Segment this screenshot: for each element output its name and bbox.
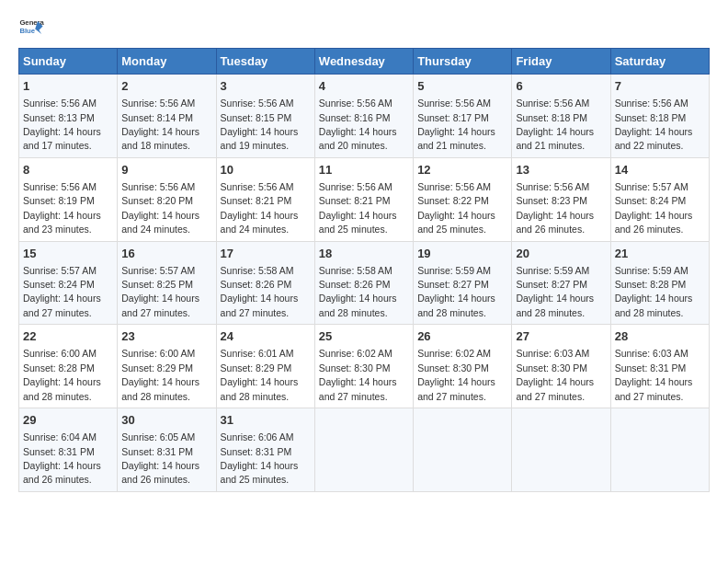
day-number: 29 — [23, 412, 113, 429]
calendar-cell: 29Sunrise: 6:04 AMSunset: 8:31 PMDayligh… — [19, 408, 118, 492]
sunrise-info: Sunrise: 5:58 AM — [221, 265, 294, 276]
calendar-cell — [414, 408, 512, 492]
sunset-info: Sunset: 8:19 PM — [23, 195, 95, 206]
sunset-info: Sunset: 8:14 PM — [121, 112, 193, 123]
logo-icon: General Blue — [18, 15, 44, 40]
sunset-info: Sunset: 8:24 PM — [23, 279, 95, 290]
daylight-info: Daylight: 14 hours and 28 minutes. — [121, 376, 199, 401]
calendar-cell: 28Sunrise: 6:03 AMSunset: 8:31 PMDayligh… — [610, 325, 709, 408]
sunrise-info: Sunrise: 5:56 AM — [121, 181, 195, 192]
header-thursday: Thursday — [414, 49, 512, 75]
sunrise-info: Sunrise: 5:56 AM — [516, 181, 589, 192]
calendar-cell: 14Sunrise: 5:57 AMSunset: 8:24 PMDayligh… — [610, 157, 709, 241]
header-monday: Monday — [118, 49, 216, 75]
daylight-info: Daylight: 14 hours and 25 minutes. — [319, 210, 397, 235]
calendar-cell: 8Sunrise: 5:56 AMSunset: 8:19 PMDaylight… — [19, 157, 118, 241]
day-number: 28 — [615, 328, 705, 345]
daylight-info: Daylight: 14 hours and 24 minutes. — [121, 210, 199, 235]
daylight-info: Daylight: 14 hours and 28 minutes. — [23, 376, 101, 401]
header-saturday: Saturday — [610, 49, 709, 75]
calendar-cell: 12Sunrise: 5:56 AMSunset: 8:22 PMDayligh… — [414, 157, 512, 241]
sunset-info: Sunset: 8:29 PM — [221, 362, 292, 373]
calendar-cell: 9Sunrise: 5:56 AMSunset: 8:20 PMDaylight… — [118, 157, 216, 241]
week-row-5: 29Sunrise: 6:04 AMSunset: 8:31 PMDayligh… — [19, 408, 710, 492]
header-tuesday: Tuesday — [216, 49, 314, 75]
daylight-info: Daylight: 14 hours and 27 minutes. — [121, 293, 199, 317]
sunrise-info: Sunrise: 5:59 AM — [615, 265, 688, 276]
header-friday: Friday — [512, 49, 610, 75]
calendar-cell: 25Sunrise: 6:02 AMSunset: 8:30 PMDayligh… — [314, 325, 413, 408]
calendar-cell: 30Sunrise: 6:05 AMSunset: 8:31 PMDayligh… — [118, 408, 216, 492]
daylight-info: Daylight: 14 hours and 19 minutes. — [221, 126, 299, 151]
day-number: 25 — [319, 328, 409, 345]
day-number: 19 — [417, 246, 507, 262]
sunset-info: Sunset: 8:31 PM — [221, 446, 292, 457]
day-number: 22 — [23, 328, 113, 345]
day-number: 6 — [516, 78, 606, 95]
calendar-cell: 10Sunrise: 5:56 AMSunset: 8:21 PMDayligh… — [216, 157, 314, 241]
day-number: 4 — [319, 78, 409, 95]
sunrise-info: Sunrise: 5:56 AM — [615, 98, 688, 109]
sunrise-info: Sunrise: 5:56 AM — [221, 181, 294, 192]
calendar-cell: 20Sunrise: 5:59 AMSunset: 8:27 PMDayligh… — [512, 241, 610, 325]
day-number: 17 — [221, 246, 311, 262]
sunrise-info: Sunrise: 5:56 AM — [319, 98, 392, 109]
daylight-info: Daylight: 14 hours and 28 minutes. — [516, 293, 594, 317]
daylight-info: Daylight: 14 hours and 27 minutes. — [615, 376, 693, 401]
sunrise-info: Sunrise: 5:59 AM — [516, 265, 589, 276]
sunrise-info: Sunrise: 6:02 AM — [319, 348, 392, 359]
sunrise-info: Sunrise: 5:58 AM — [319, 265, 392, 276]
day-number: 11 — [319, 162, 409, 178]
daylight-info: Daylight: 14 hours and 25 minutes. — [417, 210, 495, 235]
day-number: 24 — [221, 328, 311, 345]
daylight-info: Daylight: 14 hours and 17 minutes. — [23, 126, 101, 151]
day-number: 12 — [417, 162, 507, 178]
calendar-cell: 5Sunrise: 5:56 AMSunset: 8:17 PMDaylight… — [414, 75, 512, 158]
calendar-cell: 24Sunrise: 6:01 AMSunset: 8:29 PMDayligh… — [216, 325, 314, 408]
sunset-info: Sunset: 8:30 PM — [516, 362, 587, 373]
daylight-info: Daylight: 14 hours and 23 minutes. — [23, 210, 101, 235]
sunset-info: Sunset: 8:31 PM — [121, 446, 193, 457]
day-number: 18 — [319, 246, 409, 262]
sunrise-info: Sunrise: 6:01 AM — [221, 348, 294, 359]
daylight-info: Daylight: 14 hours and 27 minutes. — [516, 376, 594, 401]
sunset-info: Sunset: 8:15 PM — [221, 112, 292, 123]
sunrise-info: Sunrise: 5:56 AM — [23, 98, 97, 109]
sunset-info: Sunset: 8:30 PM — [417, 362, 489, 373]
day-number: 7 — [615, 78, 705, 95]
week-row-3: 15Sunrise: 5:57 AMSunset: 8:24 PMDayligh… — [19, 241, 710, 325]
day-number: 27 — [516, 328, 606, 345]
daylight-info: Daylight: 14 hours and 26 minutes. — [615, 210, 693, 235]
sunrise-info: Sunrise: 6:05 AM — [121, 431, 195, 442]
day-number: 8 — [23, 162, 113, 178]
sunset-info: Sunset: 8:24 PM — [615, 195, 687, 206]
calendar-cell: 21Sunrise: 5:59 AMSunset: 8:28 PMDayligh… — [610, 241, 709, 325]
calendar-cell: 19Sunrise: 5:59 AMSunset: 8:27 PMDayligh… — [414, 241, 512, 325]
sunrise-info: Sunrise: 5:57 AM — [615, 181, 688, 192]
day-number: 14 — [615, 162, 705, 178]
daylight-info: Daylight: 14 hours and 27 minutes. — [221, 293, 299, 317]
calendar-cell: 15Sunrise: 5:57 AMSunset: 8:24 PMDayligh… — [19, 241, 118, 325]
daylight-info: Daylight: 14 hours and 27 minutes. — [23, 293, 101, 317]
daylight-info: Daylight: 14 hours and 27 minutes. — [417, 376, 495, 401]
daylight-info: Daylight: 14 hours and 20 minutes. — [319, 126, 397, 151]
day-number: 2 — [121, 78, 211, 95]
calendar-cell — [314, 408, 413, 492]
daylight-info: Daylight: 14 hours and 28 minutes. — [221, 376, 299, 401]
svg-text:Blue: Blue — [19, 27, 35, 35]
calendar-cell: 4Sunrise: 5:56 AMSunset: 8:16 PMDaylight… — [314, 75, 413, 158]
sunrise-info: Sunrise: 5:56 AM — [319, 181, 392, 192]
sunrise-info: Sunrise: 5:56 AM — [121, 98, 195, 109]
sunset-info: Sunset: 8:27 PM — [516, 279, 587, 290]
calendar-cell: 2Sunrise: 5:56 AMSunset: 8:14 PMDaylight… — [118, 75, 216, 158]
sunset-info: Sunset: 8:28 PM — [615, 279, 687, 290]
sunset-info: Sunset: 8:27 PM — [417, 279, 489, 290]
week-row-1: 1Sunrise: 5:56 AMSunset: 8:13 PMDaylight… — [19, 75, 710, 158]
sunset-info: Sunset: 8:26 PM — [319, 279, 391, 290]
sunrise-info: Sunrise: 5:57 AM — [23, 265, 97, 276]
calendar-cell: 18Sunrise: 5:58 AMSunset: 8:26 PMDayligh… — [314, 241, 413, 325]
daylight-info: Daylight: 14 hours and 18 minutes. — [121, 126, 199, 151]
daylight-info: Daylight: 14 hours and 28 minutes. — [319, 293, 397, 317]
sunrise-info: Sunrise: 5:56 AM — [221, 98, 294, 109]
sunset-info: Sunset: 8:17 PM — [417, 112, 489, 123]
